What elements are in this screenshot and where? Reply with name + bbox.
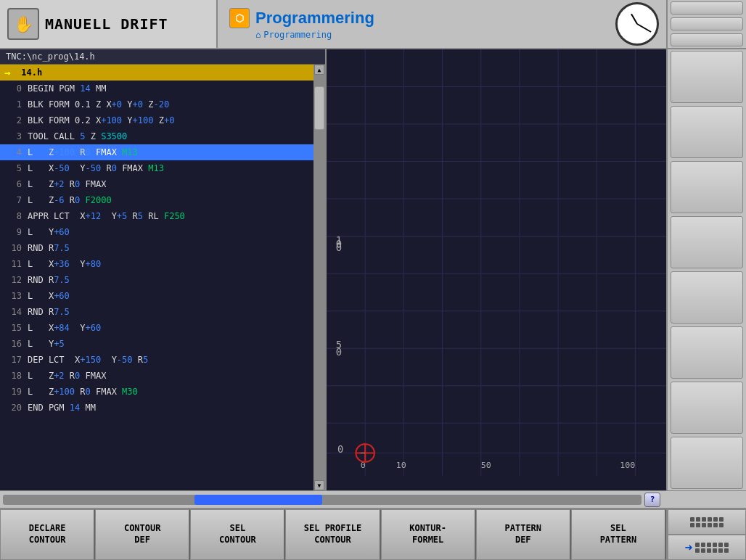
code-text: RND R7.5 bbox=[28, 243, 70, 253]
clock bbox=[615, 2, 659, 46]
breadcrumb-text: Programmering bbox=[263, 30, 332, 40]
status-bar: ? bbox=[0, 490, 746, 508]
code-row[interactable]: 10RND R7.5 bbox=[0, 240, 313, 256]
code-row[interactable]: 12RND R7.5 bbox=[0, 272, 313, 288]
arrow-indicator: → bbox=[4, 67, 16, 78]
scroll-down-arrow[interactable]: ▼ bbox=[314, 480, 324, 490]
code-row[interactable]: → 14.h bbox=[0, 65, 313, 81]
line-number: 7 bbox=[4, 195, 22, 205]
right-sidebar-top bbox=[666, 0, 746, 48]
graph-area: 1 0 0 5 0 0 0 10 50 100 bbox=[327, 49, 666, 490]
line-number: 19 bbox=[4, 387, 22, 397]
code-row[interactable]: 8APPR LCT X+12 Y+5 R5 RL F250 bbox=[0, 208, 313, 224]
sidebar-btn-3[interactable] bbox=[671, 33, 743, 46]
code-text: L Z+100 R0 FMAX M13 bbox=[28, 147, 138, 157]
kontur-formel-line2: FORMEL bbox=[412, 535, 443, 546]
sel-pattern-button[interactable]: SEL PATTERN bbox=[571, 509, 666, 560]
pattern-def-line2: DEF bbox=[515, 535, 531, 546]
contour-def-button[interactable]: CONTOUR DEF bbox=[95, 509, 190, 560]
code-row[interactable]: 2BLK FORM 0.2 X+100 Y+100 Z+0 bbox=[0, 112, 313, 128]
code-text: L X+84 Y+60 bbox=[28, 323, 101, 333]
line-number: 10 bbox=[4, 243, 22, 253]
line-number: 13 bbox=[4, 291, 22, 301]
sidebar-btn-8[interactable] bbox=[671, 271, 743, 324]
code-row[interactable]: 13L X+60 bbox=[0, 288, 313, 304]
nav-buttons: ➜ bbox=[666, 509, 746, 560]
sel-profile-contour-line2: CONTOUR bbox=[314, 535, 351, 546]
line-number: 1 bbox=[4, 99, 22, 110]
code-row[interactable]: 15L X+84 Y+60 bbox=[0, 320, 313, 336]
declare-contour-button[interactable]: DECLARE CONTOUR bbox=[0, 509, 95, 560]
line-number: 11 bbox=[4, 259, 22, 269]
line-number: 12 bbox=[4, 275, 22, 285]
nav-arrow-right[interactable]: ➜ bbox=[668, 535, 746, 560]
code-row[interactable]: 6L Z+2 R0 FMAX bbox=[0, 176, 313, 192]
code-row[interactable]: 11L X+36 Y+80 bbox=[0, 256, 313, 272]
kontur-formel-button[interactable]: KONTUR- FORMEL bbox=[381, 509, 476, 560]
sidebar-btn-2[interactable] bbox=[671, 17, 743, 30]
code-row[interactable]: 5L X-50 Y-50 R0 FMAX M13 bbox=[0, 160, 313, 176]
pattern-def-line1: PATTERN bbox=[504, 523, 541, 535]
sidebar-btn-11[interactable] bbox=[671, 437, 743, 489]
svg-text:0: 0 bbox=[337, 444, 343, 456]
clock-hour-hand bbox=[631, 14, 638, 25]
sel-profile-contour-button[interactable]: SEL PROFILE CONTOUR bbox=[285, 509, 380, 560]
sidebar-btn-1[interactable] bbox=[671, 1, 743, 15]
mode-section: ✋ MANUELL DRIFT bbox=[0, 0, 218, 48]
bottom-toolbar: DECLARE CONTOUR CONTOUR DEF SEL CONTOUR … bbox=[0, 508, 746, 560]
code-row[interactable]: 9L Y+60 bbox=[0, 224, 313, 240]
prog-title: Programmering bbox=[255, 9, 374, 28]
sel-contour-line1: SEL bbox=[230, 523, 246, 535]
sidebar-btn-9[interactable] bbox=[671, 326, 743, 379]
code-row[interactable]: 20END PGM 14 MM bbox=[0, 400, 313, 416]
sidebar-btn-10[interactable] bbox=[671, 382, 743, 434]
code-row[interactable]: 18L Z+2 R0 FMAX bbox=[0, 368, 313, 384]
code-row[interactable]: 1BLK FORM 0.1 Z X+0 Y+0 Z-20 bbox=[0, 96, 313, 112]
prog-header: ⬡ Programmering bbox=[229, 8, 597, 28]
code-text: L Y+60 bbox=[28, 227, 70, 237]
code-row[interactable]: 16L Y+5 bbox=[0, 336, 313, 352]
code-text: BEGIN PGM 14 MM bbox=[28, 83, 106, 94]
sidebar-btn-7[interactable] bbox=[671, 216, 743, 268]
scroll-thumb[interactable] bbox=[314, 86, 324, 130]
sidebar-btn-5[interactable] bbox=[671, 106, 743, 158]
code-row[interactable]: 14RND R7.5 bbox=[0, 304, 313, 320]
code-row[interactable]: 7L Z-6 R0 F2000 bbox=[0, 192, 313, 208]
code-text: L X+36 Y+80 bbox=[28, 259, 101, 269]
graph-svg: 1 0 0 5 0 0 0 10 50 100 bbox=[327, 49, 666, 490]
line-number: 8 bbox=[4, 211, 22, 221]
svg-rect-0 bbox=[327, 49, 666, 490]
line-number: 17 bbox=[4, 355, 22, 365]
code-text: BLK FORM 0.1 Z X+0 Y+0 Z-20 bbox=[28, 99, 169, 110]
line-number: 3 bbox=[4, 131, 22, 141]
sel-contour-button[interactable]: SEL CONTOUR bbox=[190, 509, 285, 560]
filename-text: 14.h bbox=[16, 67, 42, 78]
horizontal-scrollbar[interactable] bbox=[3, 495, 642, 505]
code-row[interactable]: 3TOOL CALL 5 Z S3500 bbox=[0, 128, 313, 144]
prog-icon: ⬡ bbox=[229, 8, 250, 28]
code-row[interactable]: 19L Z+100 R0 FMAX M30 bbox=[0, 384, 313, 400]
code-text: L X+60 bbox=[28, 291, 70, 301]
code-row[interactable]: 4L Z+100 R0 FMAX M13 bbox=[0, 144, 313, 160]
pattern-def-button[interactable]: PATTERN DEF bbox=[476, 509, 571, 560]
left-panel-inner: → 14.h0BEGIN PGM 14 MM1BLK FORM 0.1 Z X+… bbox=[0, 65, 325, 490]
nav-dots-up[interactable] bbox=[668, 509, 746, 535]
sidebar-btn-4[interactable] bbox=[671, 51, 743, 103]
code-text: L Z+100 R0 FMAX M30 bbox=[28, 387, 138, 397]
line-number: 5 bbox=[4, 163, 22, 173]
scroll-bar[interactable]: ▲ ▼ bbox=[313, 65, 325, 490]
h-scroll-thumb[interactable] bbox=[194, 495, 322, 505]
line-number: 15 bbox=[4, 323, 22, 333]
main-content: TNC:\nc_prog\14.h → 14.h0BEGIN PGM 14 MM… bbox=[0, 49, 746, 490]
scroll-up-arrow[interactable]: ▲ bbox=[314, 65, 324, 75]
code-text: L Y+5 bbox=[28, 339, 65, 349]
sidebar-btn-6[interactable] bbox=[671, 161, 743, 213]
clock-min-hand bbox=[637, 23, 652, 33]
svg-text:100: 100 bbox=[620, 460, 635, 470]
help-button[interactable]: ? bbox=[644, 493, 660, 507]
line-number: 9 bbox=[4, 227, 22, 237]
code-text: BLK FORM 0.2 X+100 Y+100 Z+0 bbox=[28, 115, 174, 125]
code-row[interactable]: 17DEP LCT X+150 Y-50 R5 bbox=[0, 352, 313, 368]
code-row[interactable]: 0BEGIN PGM 14 MM bbox=[0, 81, 313, 96]
code-text: RND R7.5 bbox=[28, 307, 70, 317]
